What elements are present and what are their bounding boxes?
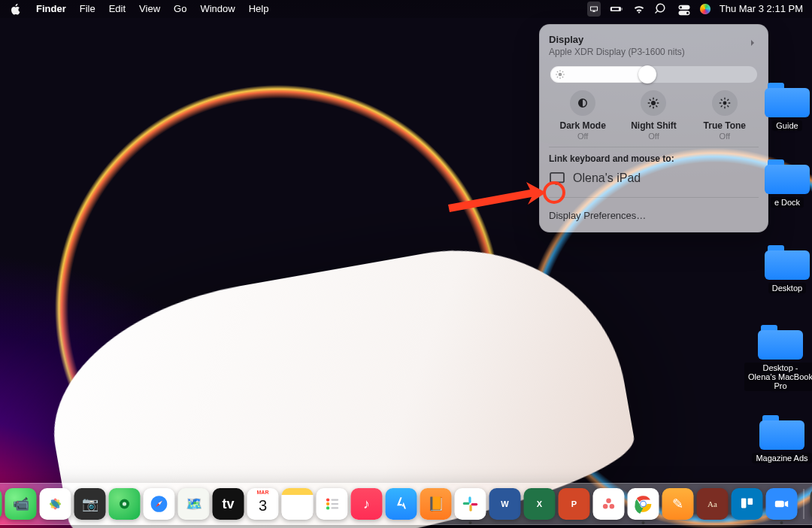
menubar: Finder File Edit View Go Window Help Thu…: [0, 0, 812, 18]
chevron-right-icon[interactable]: [747, 37, 759, 49]
link-device-name: Olena's iPad: [573, 171, 641, 185]
dock-app-chrome[interactable]: [628, 488, 659, 520]
night-shift-state: Off: [618, 132, 689, 141]
dark-mode-state: Off: [547, 132, 618, 141]
desktop-label: e Dock: [771, 197, 804, 208]
dock-app-photobooth[interactable]: 📷: [74, 488, 106, 520]
panel-separator-1: [549, 147, 759, 147]
dock-app-word[interactable]: W: [489, 488, 521, 520]
dock-divider: [804, 489, 804, 519]
svg-marker-6: [448, 182, 546, 212]
folder-icon: [765, 245, 810, 280]
folder-icon: [758, 325, 803, 360]
running-indicator: [469, 521, 472, 524]
brightness-slider[interactable]: [550, 66, 757, 83]
svg-rect-25: [463, 502, 470, 505]
dock-app-slack[interactable]: [455, 488, 486, 520]
dark-mode-label: Dark Mode: [547, 120, 618, 131]
dock-app-trello[interactable]: [732, 488, 763, 520]
menubar-app-name[interactable]: Finder: [36, 0, 66, 18]
dock-app-asana[interactable]: [593, 488, 625, 520]
dock-app-reminders[interactable]: [317, 488, 348, 520]
svg-rect-34: [741, 498, 747, 508]
menubar-clock[interactable]: Thu Mar 3 2:11 PM: [720, 0, 803, 18]
desktop-icon-desktop-olena[interactable]: Desktop - Olena's MacBook Pro: [744, 325, 812, 391]
dock-app-pages[interactable]: ✎: [662, 488, 694, 520]
display-control-panel: Display Apple XDR Display (P3-1600 nits)…: [539, 24, 768, 232]
svg-point-18: [326, 498, 329, 501]
dock-app-facetime[interactable]: 📹: [5, 488, 37, 520]
svg-rect-26: [469, 505, 471, 511]
true-tone-toggle[interactable]: True Tone Off: [689, 90, 760, 141]
dock-app-notes[interactable]: [282, 488, 314, 520]
svg-point-33: [641, 502, 646, 507]
svg-rect-35: [748, 498, 753, 505]
svg-rect-22: [331, 503, 338, 505]
svg-rect-21: [331, 499, 338, 501]
dark-mode-toggle[interactable]: Dark Mode Off: [547, 90, 618, 141]
desktop-label: Magazine Ads: [752, 453, 811, 463]
menubar-item-go[interactable]: Go: [174, 0, 186, 18]
svg-point-29: [603, 504, 608, 509]
menubar-item-edit[interactable]: Edit: [109, 0, 126, 18]
link-section-label: Link keyboard and mouse to:: [549, 153, 759, 164]
dock-app-music[interactable]: ♪: [351, 488, 383, 520]
desktop-icon-desktop[interactable]: Desktop: [758, 245, 812, 293]
svg-point-20: [326, 506, 329, 509]
control-center-icon[interactable]: [677, 2, 691, 16]
battery-icon[interactable]: [610, 2, 623, 16]
svg-rect-27: [471, 503, 478, 505]
panel-subtitle: Apple XDR Display (P3-1600 nits): [549, 47, 741, 57]
running-indicator: [642, 521, 645, 524]
annotation-arrow: [448, 174, 561, 227]
true-tone-icon: [718, 96, 732, 110]
dock-app-appstore[interactable]: [386, 488, 417, 520]
menubar-item-file[interactable]: File: [80, 0, 95, 18]
dock: 💬 📹 📷 🗺️ tv MAR3 ♪ 📙 W X P ✎ Aa: [0, 483, 812, 525]
folder-icon: [765, 83, 810, 117]
desktop-icon-guide[interactable]: Guide: [758, 83, 812, 131]
svg-point-19: [326, 502, 329, 505]
wifi-icon[interactable]: [632, 2, 646, 16]
link-device-row[interactable]: Olena's iPad: [549, 168, 759, 191]
siri-icon[interactable]: [700, 4, 710, 14]
svg-rect-23: [331, 507, 338, 508]
true-tone-state: Off: [689, 132, 760, 141]
menubar-item-view[interactable]: View: [139, 0, 160, 18]
panel-title: Display: [549, 34, 741, 45]
display-menu-icon[interactable]: [587, 2, 601, 17]
svg-point-3: [723, 102, 726, 105]
desktop-label: Guide: [772, 120, 801, 131]
dock-app-excel[interactable]: X: [524, 488, 556, 520]
dock-app-zoom[interactable]: [766, 488, 798, 520]
svg-point-0: [559, 73, 562, 77]
display-preferences-button[interactable]: Display Preferences…: [549, 204, 759, 229]
svg-rect-36: [775, 501, 784, 508]
dock-app-dictionary[interactable]: Aa: [697, 488, 729, 520]
desktop-icon-dock[interactable]: e Dock: [758, 159, 812, 208]
true-tone-label: True Tone: [689, 120, 760, 131]
menubar-item-help[interactable]: Help: [249, 0, 269, 18]
dock-app-findmy[interactable]: [109, 488, 141, 520]
menubar-item-window[interactable]: Window: [200, 0, 235, 18]
brightness-icon: [555, 69, 565, 80]
dock-app-maps[interactable]: 🗺️: [178, 488, 210, 520]
display-modes: Dark Mode Off Night Shift Off True Tone …: [547, 90, 760, 141]
brightness-knob[interactable]: [638, 65, 656, 83]
dock-app-powerpoint[interactable]: P: [559, 488, 590, 520]
dock-app-calendar[interactable]: MAR3: [247, 488, 279, 520]
dock-app-photos[interactable]: [40, 488, 71, 520]
desktop-label: Desktop: [768, 283, 806, 293]
dock-app-tv[interactable]: tv: [213, 488, 244, 520]
panel-separator-2: [549, 197, 759, 198]
night-shift-toggle[interactable]: Night Shift Off: [618, 90, 689, 141]
running-indicator: [780, 521, 783, 524]
dock-app-messages[interactable]: 💬: [0, 488, 2, 520]
spotlight-icon[interactable]: [655, 2, 668, 16]
svg-rect-24: [468, 496, 471, 503]
apple-menu-icon[interactable]: [9, 2, 23, 16]
desktop-icon-magazine-ads[interactable]: Magazine Ads: [747, 415, 812, 463]
dock-app-books[interactable]: 📙: [420, 488, 452, 520]
dark-mode-icon: [576, 96, 589, 110]
dock-app-safari[interactable]: [144, 488, 175, 520]
